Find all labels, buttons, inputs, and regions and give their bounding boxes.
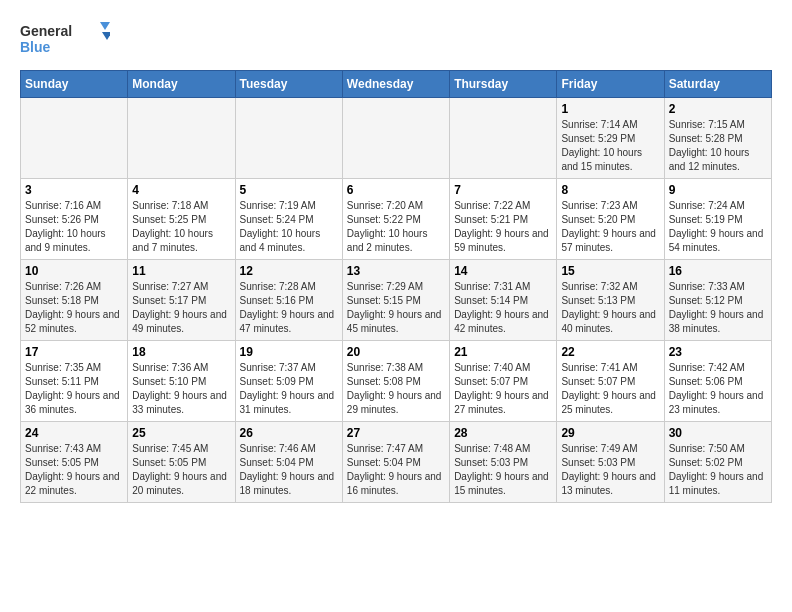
day-info: Sunrise: 7:16 AMSunset: 5:26 PMDaylight:…	[25, 199, 123, 255]
day-info: Sunrise: 7:47 AMSunset: 5:04 PMDaylight:…	[347, 442, 445, 498]
day-number: 2	[669, 102, 767, 116]
calendar-cell: 12Sunrise: 7:28 AMSunset: 5:16 PMDayligh…	[235, 260, 342, 341]
day-number: 24	[25, 426, 123, 440]
day-number: 11	[132, 264, 230, 278]
day-number: 16	[669, 264, 767, 278]
day-info: Sunrise: 7:32 AMSunset: 5:13 PMDaylight:…	[561, 280, 659, 336]
weekday-header-friday: Friday	[557, 71, 664, 98]
day-info: Sunrise: 7:46 AMSunset: 5:04 PMDaylight:…	[240, 442, 338, 498]
calendar-cell: 4Sunrise: 7:18 AMSunset: 5:25 PMDaylight…	[128, 179, 235, 260]
calendar-cell: 19Sunrise: 7:37 AMSunset: 5:09 PMDayligh…	[235, 341, 342, 422]
calendar-cell: 16Sunrise: 7:33 AMSunset: 5:12 PMDayligh…	[664, 260, 771, 341]
calendar-cell: 11Sunrise: 7:27 AMSunset: 5:17 PMDayligh…	[128, 260, 235, 341]
day-info: Sunrise: 7:42 AMSunset: 5:06 PMDaylight:…	[669, 361, 767, 417]
calendar-week-row: 3Sunrise: 7:16 AMSunset: 5:26 PMDaylight…	[21, 179, 772, 260]
calendar-body: 1Sunrise: 7:14 AMSunset: 5:29 PMDaylight…	[21, 98, 772, 503]
calendar-cell: 28Sunrise: 7:48 AMSunset: 5:03 PMDayligh…	[450, 422, 557, 503]
calendar-cell: 25Sunrise: 7:45 AMSunset: 5:05 PMDayligh…	[128, 422, 235, 503]
day-info: Sunrise: 7:19 AMSunset: 5:24 PMDaylight:…	[240, 199, 338, 255]
day-number: 29	[561, 426, 659, 440]
day-info: Sunrise: 7:37 AMSunset: 5:09 PMDaylight:…	[240, 361, 338, 417]
day-number: 26	[240, 426, 338, 440]
calendar-cell: 17Sunrise: 7:35 AMSunset: 5:11 PMDayligh…	[21, 341, 128, 422]
day-number: 3	[25, 183, 123, 197]
day-info: Sunrise: 7:22 AMSunset: 5:21 PMDaylight:…	[454, 199, 552, 255]
day-number: 14	[454, 264, 552, 278]
calendar-cell: 29Sunrise: 7:49 AMSunset: 5:03 PMDayligh…	[557, 422, 664, 503]
calendar-cell: 3Sunrise: 7:16 AMSunset: 5:26 PMDaylight…	[21, 179, 128, 260]
day-info: Sunrise: 7:24 AMSunset: 5:19 PMDaylight:…	[669, 199, 767, 255]
calendar-cell: 18Sunrise: 7:36 AMSunset: 5:10 PMDayligh…	[128, 341, 235, 422]
day-info: Sunrise: 7:27 AMSunset: 5:17 PMDaylight:…	[132, 280, 230, 336]
logo: General Blue	[20, 20, 110, 60]
day-info: Sunrise: 7:48 AMSunset: 5:03 PMDaylight:…	[454, 442, 552, 498]
day-info: Sunrise: 7:38 AMSunset: 5:08 PMDaylight:…	[347, 361, 445, 417]
day-number: 19	[240, 345, 338, 359]
calendar-cell: 14Sunrise: 7:31 AMSunset: 5:14 PMDayligh…	[450, 260, 557, 341]
calendar-cell	[342, 98, 449, 179]
svg-marker-2	[100, 22, 110, 30]
calendar-week-row: 17Sunrise: 7:35 AMSunset: 5:11 PMDayligh…	[21, 341, 772, 422]
day-number: 17	[25, 345, 123, 359]
calendar-cell: 5Sunrise: 7:19 AMSunset: 5:24 PMDaylight…	[235, 179, 342, 260]
day-number: 18	[132, 345, 230, 359]
day-info: Sunrise: 7:26 AMSunset: 5:18 PMDaylight:…	[25, 280, 123, 336]
calendar-cell: 10Sunrise: 7:26 AMSunset: 5:18 PMDayligh…	[21, 260, 128, 341]
calendar-header: SundayMondayTuesdayWednesdayThursdayFrid…	[21, 71, 772, 98]
calendar-week-row: 10Sunrise: 7:26 AMSunset: 5:18 PMDayligh…	[21, 260, 772, 341]
weekday-header-monday: Monday	[128, 71, 235, 98]
day-info: Sunrise: 7:40 AMSunset: 5:07 PMDaylight:…	[454, 361, 552, 417]
day-info: Sunrise: 7:35 AMSunset: 5:11 PMDaylight:…	[25, 361, 123, 417]
weekday-header-thursday: Thursday	[450, 71, 557, 98]
page-header: General Blue	[20, 20, 772, 60]
day-info: Sunrise: 7:43 AMSunset: 5:05 PMDaylight:…	[25, 442, 123, 498]
day-info: Sunrise: 7:23 AMSunset: 5:20 PMDaylight:…	[561, 199, 659, 255]
calendar-cell: 30Sunrise: 7:50 AMSunset: 5:02 PMDayligh…	[664, 422, 771, 503]
day-info: Sunrise: 7:14 AMSunset: 5:29 PMDaylight:…	[561, 118, 659, 174]
calendar-cell: 7Sunrise: 7:22 AMSunset: 5:21 PMDaylight…	[450, 179, 557, 260]
calendar-cell: 20Sunrise: 7:38 AMSunset: 5:08 PMDayligh…	[342, 341, 449, 422]
day-info: Sunrise: 7:29 AMSunset: 5:15 PMDaylight:…	[347, 280, 445, 336]
day-info: Sunrise: 7:50 AMSunset: 5:02 PMDaylight:…	[669, 442, 767, 498]
calendar-cell	[21, 98, 128, 179]
calendar-cell: 26Sunrise: 7:46 AMSunset: 5:04 PMDayligh…	[235, 422, 342, 503]
calendar-cell: 21Sunrise: 7:40 AMSunset: 5:07 PMDayligh…	[450, 341, 557, 422]
day-number: 30	[669, 426, 767, 440]
day-number: 6	[347, 183, 445, 197]
weekday-header-tuesday: Tuesday	[235, 71, 342, 98]
day-number: 5	[240, 183, 338, 197]
day-number: 10	[25, 264, 123, 278]
svg-text:Blue: Blue	[20, 39, 51, 55]
day-number: 15	[561, 264, 659, 278]
logo-svg: General Blue	[20, 20, 110, 60]
day-info: Sunrise: 7:36 AMSunset: 5:10 PMDaylight:…	[132, 361, 230, 417]
day-info: Sunrise: 7:20 AMSunset: 5:22 PMDaylight:…	[347, 199, 445, 255]
day-number: 20	[347, 345, 445, 359]
weekday-header-row: SundayMondayTuesdayWednesdayThursdayFrid…	[21, 71, 772, 98]
calendar-week-row: 24Sunrise: 7:43 AMSunset: 5:05 PMDayligh…	[21, 422, 772, 503]
day-info: Sunrise: 7:28 AMSunset: 5:16 PMDaylight:…	[240, 280, 338, 336]
day-info: Sunrise: 7:41 AMSunset: 5:07 PMDaylight:…	[561, 361, 659, 417]
calendar-cell	[235, 98, 342, 179]
day-info: Sunrise: 7:15 AMSunset: 5:28 PMDaylight:…	[669, 118, 767, 174]
day-number: 12	[240, 264, 338, 278]
day-number: 8	[561, 183, 659, 197]
weekday-header-sunday: Sunday	[21, 71, 128, 98]
day-number: 21	[454, 345, 552, 359]
day-info: Sunrise: 7:49 AMSunset: 5:03 PMDaylight:…	[561, 442, 659, 498]
calendar-cell: 9Sunrise: 7:24 AMSunset: 5:19 PMDaylight…	[664, 179, 771, 260]
calendar-week-row: 1Sunrise: 7:14 AMSunset: 5:29 PMDaylight…	[21, 98, 772, 179]
calendar-cell	[128, 98, 235, 179]
calendar-cell: 13Sunrise: 7:29 AMSunset: 5:15 PMDayligh…	[342, 260, 449, 341]
day-number: 7	[454, 183, 552, 197]
day-number: 4	[132, 183, 230, 197]
day-number: 28	[454, 426, 552, 440]
calendar-cell: 6Sunrise: 7:20 AMSunset: 5:22 PMDaylight…	[342, 179, 449, 260]
calendar-cell: 15Sunrise: 7:32 AMSunset: 5:13 PMDayligh…	[557, 260, 664, 341]
calendar-cell: 2Sunrise: 7:15 AMSunset: 5:28 PMDaylight…	[664, 98, 771, 179]
svg-text:General: General	[20, 23, 72, 39]
calendar-table: SundayMondayTuesdayWednesdayThursdayFrid…	[20, 70, 772, 503]
day-info: Sunrise: 7:31 AMSunset: 5:14 PMDaylight:…	[454, 280, 552, 336]
weekday-header-wednesday: Wednesday	[342, 71, 449, 98]
calendar-cell: 27Sunrise: 7:47 AMSunset: 5:04 PMDayligh…	[342, 422, 449, 503]
